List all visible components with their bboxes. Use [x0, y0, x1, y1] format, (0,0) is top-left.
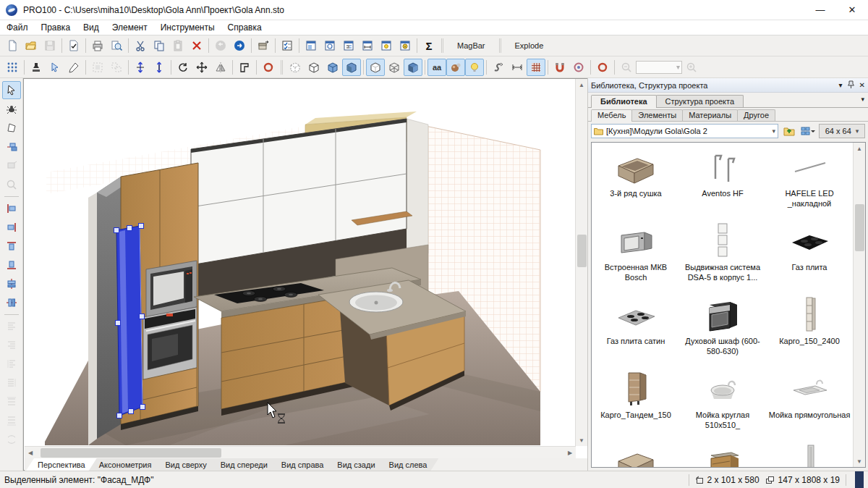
profile-tool-button[interactable]: [235, 59, 254, 76]
select-tool-button[interactable]: [46, 59, 64, 76]
menu-tools[interactable]: Инструменты: [154, 21, 221, 34]
library-item[interactable]: 3-й ряд сушка: [592, 147, 679, 221]
view-shaded-button[interactable]: [342, 59, 361, 76]
pointer-tool-button[interactable]: [2, 81, 21, 99]
panel-dimensions-button[interactable]: [358, 37, 377, 54]
show-grid-button[interactable]: [527, 59, 545, 76]
scroll-left-icon[interactable]: ◀: [25, 447, 36, 458]
panel-menu-icon[interactable]: ▾: [839, 81, 843, 89]
zoom-level-combo[interactable]: ▾: [636, 61, 682, 74]
view-hidden-line-button[interactable]: [323, 59, 342, 76]
menu-edit[interactable]: Правка: [35, 21, 77, 34]
new-file-button[interactable]: [3, 37, 22, 54]
zoom-in-button[interactable]: [682, 59, 701, 76]
tab-front-view[interactable]: Вид спереди: [209, 458, 279, 471]
menu-file[interactable]: Файл: [0, 21, 35, 34]
scroll-down-icon[interactable]: ▼: [576, 434, 587, 446]
minimize-button[interactable]: —: [804, 0, 836, 20]
view-mode-button[interactable]: [800, 124, 816, 138]
library-item[interactable]: Карго_Тандем_150: [592, 369, 679, 442]
tab-perspective[interactable]: Перспектива: [26, 458, 97, 471]
edit-group-button[interactable]: [2, 156, 21, 174]
redo-button[interactable]: [230, 37, 249, 54]
save-button[interactable]: [41, 37, 59, 54]
link-elements-button[interactable]: [2, 138, 21, 156]
view-contours-button[interactable]: [366, 59, 385, 76]
explode-button[interactable]: Explode: [504, 38, 555, 54]
properties-button[interactable]: [64, 37, 83, 54]
tab-overflow-icon[interactable]: ▾: [861, 96, 864, 103]
paste-button[interactable]: [169, 37, 187, 54]
library-item[interactable]: Газ плита сатин: [592, 295, 679, 369]
print-button[interactable]: [88, 37, 107, 54]
library-item[interactable]: Мойка круглая 510x510_: [679, 369, 766, 442]
tab-left-view[interactable]: Вид слева: [378, 458, 439, 471]
group-button[interactable]: [88, 59, 107, 76]
panel-light-button[interactable]: [377, 37, 396, 54]
move-vertical-button[interactable]: [131, 59, 150, 76]
distribute-3-button[interactable]: [2, 355, 21, 373]
xray-view-button[interactable]: [2, 100, 21, 118]
library-item[interactable]: [679, 442, 766, 467]
tab-right-view[interactable]: Вид справа: [270, 458, 336, 471]
scroll-down-icon[interactable]: ▼: [854, 455, 865, 467]
view-wireframe-button[interactable]: [305, 59, 323, 76]
distribute-1-button[interactable]: [2, 317, 21, 335]
panel-close-icon[interactable]: ✕: [859, 81, 865, 89]
delete-button[interactable]: [187, 37, 206, 54]
lighting-button[interactable]: [465, 59, 484, 76]
library-item[interactable]: Газ плита: [766, 221, 853, 295]
distribute-7-button[interactable]: [2, 430, 21, 448]
price-calc-button[interactable]: Σ: [420, 37, 438, 54]
magnet-target-button[interactable]: [569, 59, 588, 76]
scroll-up-icon[interactable]: ▲: [576, 79, 587, 91]
panel-header[interactable]: Библиотека, Структура проекта ▾ ✕: [588, 78, 868, 93]
align-left-button[interactable]: [2, 199, 21, 217]
horizontal-scroll-thumb[interactable]: [41, 448, 221, 458]
origin-button[interactable]: [593, 59, 612, 76]
tab-materials[interactable]: Материалы: [682, 109, 738, 121]
tab-other[interactable]: Другое: [737, 109, 775, 121]
antialias-button[interactable]: aa: [427, 59, 446, 76]
snap-grid-button[interactable]: [3, 59, 22, 76]
view-sketch-button[interactable]: [286, 59, 305, 76]
library-item[interactable]: Встроенная МКВ Bosch: [592, 221, 679, 295]
distribute-2-button[interactable]: [2, 336, 21, 354]
panel-pricelist-button[interactable]: [302, 37, 320, 54]
undo-button[interactable]: [211, 37, 230, 54]
library-item[interactable]: [766, 442, 853, 467]
menu-view[interactable]: Вид: [77, 21, 106, 34]
library-item[interactable]: Карго_150_2400: [766, 295, 853, 369]
thumbnail-size-select[interactable]: 64 x 64 ▾: [819, 124, 865, 138]
library-item[interactable]: Выдвижная система DSA-5 в корпус 1...: [679, 221, 766, 295]
distribute-6-button[interactable]: [2, 411, 21, 429]
mirror-button[interactable]: [211, 59, 230, 76]
viewport-vertical-scrollbar[interactable]: ▲ ▼: [575, 79, 587, 446]
library-item[interactable]: [592, 442, 679, 467]
library-scrollbar[interactable]: ▲ ▼: [853, 143, 865, 467]
panel-structure-button[interactable]: [339, 37, 358, 54]
materials-button[interactable]: [446, 59, 465, 76]
scroll-right-icon[interactable]: ▶: [564, 447, 576, 458]
align-top-button[interactable]: [2, 237, 21, 255]
move-button[interactable]: [192, 59, 211, 76]
report-button[interactable]: [278, 37, 297, 54]
library-item[interactable]: Мойка прямоугольная: [766, 369, 853, 442]
view-edges-button[interactable]: [385, 59, 404, 76]
center-horizontal-button[interactable]: [2, 274, 21, 293]
distribute-5-button[interactable]: [2, 392, 21, 411]
align-bottom-button[interactable]: [2, 256, 21, 274]
viewport-horizontal-scrollbar[interactable]: ◀ ▶: [25, 446, 576, 458]
library-item[interactable]: Духовой шкаф (600-580-630): [679, 295, 766, 369]
menu-element[interactable]: Элемент: [106, 21, 154, 34]
shape-editor-button[interactable]: [2, 119, 21, 137]
tab-top-view[interactable]: Вид сверху: [153, 458, 218, 471]
library-scroll-thumb[interactable]: [855, 204, 864, 251]
pin-icon[interactable]: [848, 80, 854, 90]
tab-project-structure[interactable]: Структура проекта: [656, 95, 744, 107]
tab-elements[interactable]: Элементы: [631, 109, 683, 121]
ungroup-button[interactable]: [107, 59, 126, 76]
cut-button[interactable]: [131, 37, 150, 54]
close-button[interactable]: ✕: [836, 0, 868, 20]
dimensions-button[interactable]: [508, 59, 527, 76]
